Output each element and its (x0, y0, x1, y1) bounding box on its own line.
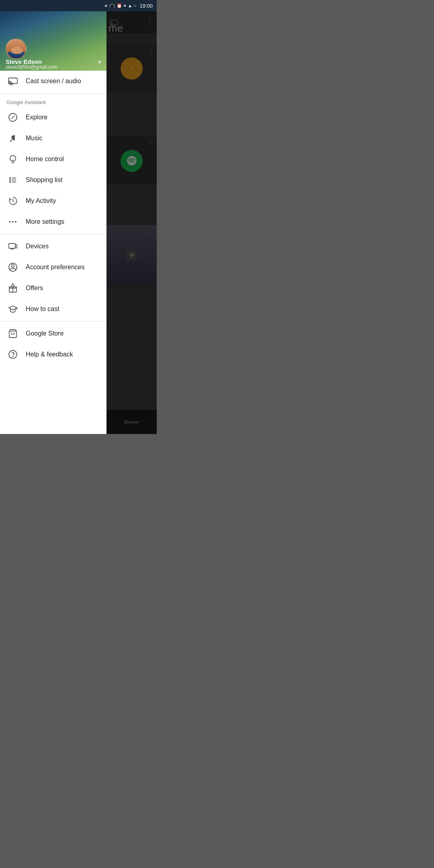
sidebar-item-music[interactable]: Music (0, 128, 106, 149)
sidebar-item-account-preferences[interactable]: Account preferences (0, 257, 106, 278)
sidebar-item-devices[interactable]: Devices (0, 236, 106, 257)
avatar-image (6, 39, 26, 59)
account-icon-svg (8, 262, 18, 272)
home-control-label: Home control (26, 156, 64, 163)
explore-label: Explore (26, 114, 47, 121)
sidebar-item-google-store[interactable]: Google Store (0, 323, 106, 344)
more-settings-icon-svg (8, 217, 18, 227)
wifi-icon: ▾ (124, 3, 126, 8)
svg-point-31 (12, 356, 13, 356)
my-activity-label: My Activity (26, 197, 56, 205)
status-time: 19:00 (139, 3, 153, 9)
cast-screen-item[interactable]: Cast screen / audio (0, 71, 106, 92)
offers-icon-svg (8, 283, 18, 293)
how-to-cast-icon-svg (8, 304, 18, 314)
sidebar-item-home-control[interactable]: Home control (0, 149, 106, 170)
nav-drawer: Steve Edson steve3d50n@gmail.com ▾ Cast … (0, 11, 106, 434)
how-to-cast-label: How to cast (26, 305, 59, 313)
question-circle-icon (6, 350, 19, 359)
battery-icon: ○ (134, 3, 137, 8)
status-icons: ∗ 📳 ⏰ ▾ ▲ ○ (104, 3, 137, 8)
home-control-icon-svg (8, 154, 18, 164)
music-label: Music (26, 135, 43, 142)
svg-point-18 (12, 221, 14, 223)
history-icon (6, 196, 19, 206)
list-icon (6, 175, 19, 185)
lightbulb-icon (6, 154, 19, 164)
offers-label: Offers (26, 285, 43, 292)
svg-rect-21 (15, 245, 17, 248)
explore-icon-svg (8, 113, 18, 122)
more-dots-icon (6, 217, 19, 227)
svg-point-19 (15, 221, 16, 223)
signal-icon: ▲ (128, 3, 132, 8)
gift-icon (6, 283, 19, 293)
graduation-cap-icon (6, 304, 19, 314)
svg-point-25 (12, 265, 14, 268)
vibrate-icon: 📳 (109, 3, 115, 8)
activity-icon-svg (8, 196, 18, 206)
status-bar: ∗ 📳 ⏰ ▾ ▲ ○ 19:00 (0, 0, 157, 11)
account-preferences-label: Account preferences (26, 264, 85, 271)
svg-rect-20 (9, 244, 15, 248)
profile-header[interactable]: Steve Edson steve3d50n@gmail.com ▾ (0, 11, 106, 71)
shopping-list-label: Shopping list (26, 176, 63, 184)
profile-email: steve3d50n@gmail.com (6, 64, 57, 70)
avatar (6, 39, 27, 59)
help-feedback-label: Help & feedback (26, 351, 73, 358)
sidebar-item-how-to-cast[interactable]: How to cast (0, 299, 106, 319)
google-store-icon-svg (8, 329, 18, 338)
sidebar-item-help-feedback[interactable]: Help & feedback (0, 344, 106, 365)
drawer-scrim[interactable] (106, 11, 157, 434)
devices-icon (6, 242, 19, 251)
divider-2 (0, 234, 106, 234)
svg-point-15 (10, 180, 10, 180)
devices-icon-svg (8, 242, 18, 251)
cast-screen-icon (6, 77, 19, 85)
sidebar-item-explore[interactable]: Explore (0, 107, 106, 128)
profile-dropdown-icon[interactable]: ▾ (98, 59, 101, 65)
account-preferences-icon (6, 262, 19, 272)
svg-point-17 (9, 221, 11, 223)
devices-label: Devices (26, 243, 49, 250)
shopping-list-icon-svg (8, 175, 18, 185)
music-note-icon (6, 133, 19, 143)
svg-point-16 (10, 182, 10, 182)
svg-point-30 (9, 350, 17, 358)
alarm-icon: ⏰ (117, 3, 122, 8)
svg-point-14 (10, 178, 10, 178)
svg-point-9 (12, 117, 13, 118)
sidebar-item-my-activity[interactable]: My Activity (0, 190, 106, 211)
google-store-label: Google Store (26, 330, 63, 337)
help-icon-svg (8, 350, 18, 359)
cart-icon (6, 329, 19, 338)
music-icon-svg (8, 133, 18, 143)
more-settings-label: More settings (26, 218, 64, 225)
divider-1 (0, 93, 106, 94)
sidebar-item-offers[interactable]: Offers (0, 278, 106, 299)
sidebar-item-shopping-list[interactable]: Shopping list (0, 170, 106, 190)
divider-3 (0, 321, 106, 321)
bluetooth-icon: ∗ (104, 3, 108, 8)
cast-icon-svg (8, 77, 18, 85)
sidebar-item-more-settings[interactable]: More settings (0, 211, 106, 232)
cast-screen-label: Cast screen / audio (26, 78, 81, 85)
google-assistant-section-label: Google Assistant (0, 95, 106, 107)
compass-icon (6, 113, 19, 122)
